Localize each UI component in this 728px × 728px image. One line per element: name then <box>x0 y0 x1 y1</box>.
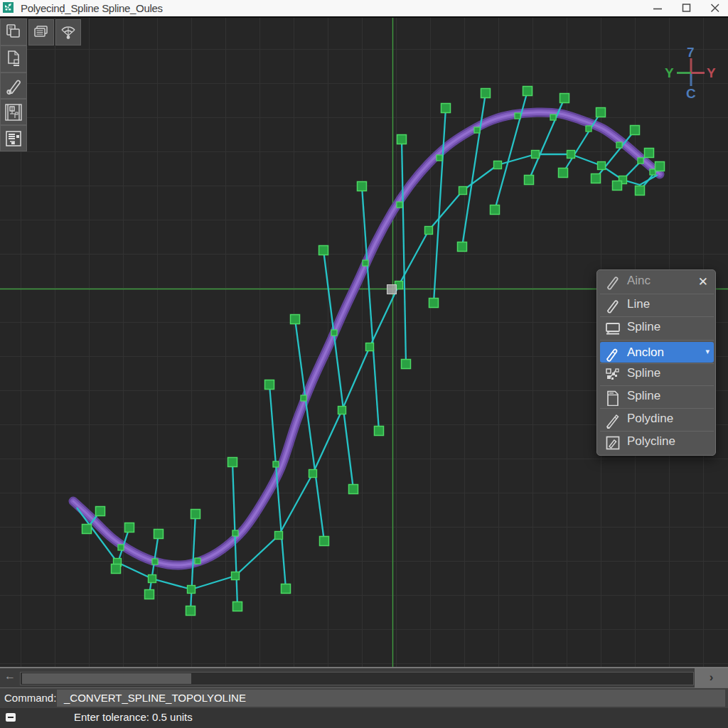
svg-text:Y: Y <box>707 65 716 80</box>
svg-text:7: 7 <box>687 45 695 60</box>
svg-text:Y: Y <box>665 65 674 80</box>
svg-text:C: C <box>686 86 696 101</box>
